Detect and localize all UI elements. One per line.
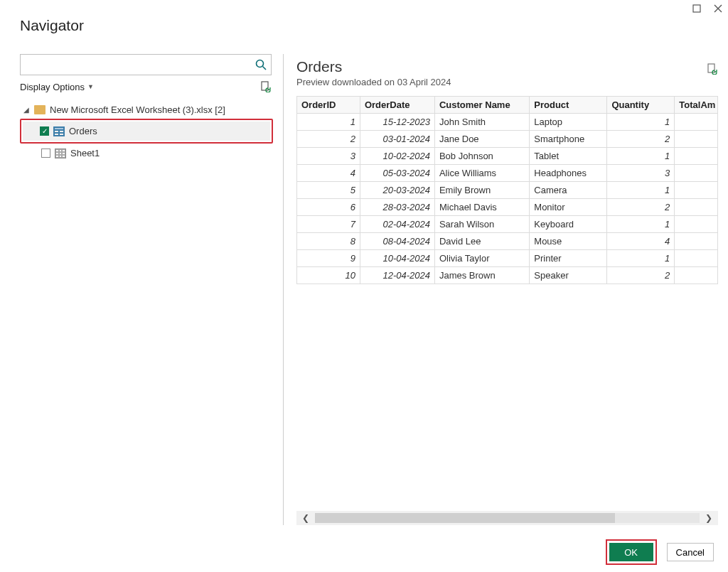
cell-total	[675, 131, 718, 148]
cell-customer: David Lee	[434, 233, 529, 250]
cell-total	[675, 267, 718, 284]
col-header[interactable]: OrderID	[297, 97, 360, 114]
cell-product: Printer	[530, 250, 607, 267]
folder-icon	[34, 105, 46, 114]
cell-customer: Sarah Wilson	[434, 216, 529, 233]
cell-orderdate: 12-04-2024	[360, 267, 434, 284]
svg-line-2	[263, 67, 267, 70]
cell-customer: James Brown	[434, 267, 529, 284]
table-icon	[53, 126, 65, 136]
cell-orderdate: 10-02-2024	[360, 148, 434, 165]
cell-orderid: 1	[297, 114, 360, 131]
cell-product: Speaker	[530, 267, 607, 284]
cell-orderdate: 02-04-2024	[360, 216, 434, 233]
cell-quantity: 2	[607, 199, 675, 216]
cell-quantity: 1	[607, 216, 675, 233]
window-close-icon[interactable]	[712, 3, 724, 14]
cell-quantity: 1	[607, 114, 675, 131]
cell-quantity: 4	[607, 233, 675, 250]
dialog-title: Navigator	[20, 17, 708, 34]
cell-orderdate: 03-01-2024	[360, 131, 434, 148]
cell-product: Keyboard	[530, 216, 607, 233]
table-row[interactable]: 203-01-2024Jane DoeSmartphone2	[297, 131, 718, 148]
cell-orderdate: 10-04-2024	[360, 250, 434, 267]
scroll-track[interactable]	[315, 513, 700, 523]
table-row[interactable]: 405-03-2024Alice WilliamsHeadphones3	[297, 165, 718, 182]
tree-item-orders[interactable]: ✓ Orders	[23, 122, 270, 141]
horizontal-scrollbar[interactable]: ❮ ❯	[296, 511, 718, 525]
table-row[interactable]: 520-03-2024Emily BrownCamera1	[297, 182, 718, 199]
col-header[interactable]: OrderDate	[360, 97, 434, 114]
scroll-thumb[interactable]	[315, 513, 615, 523]
cell-orderdate: 28-03-2024	[360, 199, 434, 216]
cell-product: Headphones	[530, 165, 607, 182]
table-row[interactable]: 808-04-2024David LeeMouse4	[297, 233, 718, 250]
cell-product: Tablet	[530, 148, 607, 165]
cell-customer: Olivia Taylor	[434, 250, 529, 267]
table-header-row: OrderID OrderDate Customer Name Product …	[297, 97, 718, 114]
table-row[interactable]: 628-03-2024Michael DavisMonitor2	[297, 199, 718, 216]
search-input[interactable]	[20, 54, 272, 75]
col-header[interactable]: Quantity	[607, 97, 675, 114]
cell-total	[675, 182, 718, 199]
svg-rect-4	[708, 64, 714, 72]
cell-quantity: 1	[607, 182, 675, 199]
cell-customer: Bob Johnson	[434, 148, 529, 165]
table-row[interactable]: 910-04-2024Olivia TaylorPrinter1	[297, 250, 718, 267]
cell-total	[675, 148, 718, 165]
cell-orderdate: 08-04-2024	[360, 233, 434, 250]
cell-customer: John Smith	[434, 114, 529, 131]
cancel-button[interactable]: Cancel	[667, 543, 714, 561]
cell-quantity: 1	[607, 148, 675, 165]
table-row[interactable]: 115-12-2023John SmithLaptop1	[297, 114, 718, 131]
cell-quantity: 1	[607, 250, 675, 267]
cell-customer: Emily Brown	[434, 182, 529, 199]
table-row[interactable]: 702-04-2024Sarah WilsonKeyboard1	[297, 216, 718, 233]
checkbox-checked-icon[interactable]: ✓	[40, 126, 49, 136]
cell-orderid: 10	[297, 267, 360, 284]
cell-orderdate: 15-12-2023	[360, 114, 434, 131]
col-header[interactable]: Customer Name	[434, 97, 529, 114]
col-header[interactable]: Product	[530, 97, 607, 114]
cell-product: Camera	[530, 182, 607, 199]
cell-product: Laptop	[530, 114, 607, 131]
refresh-preview-icon[interactable]	[707, 61, 718, 72]
tree-root-label: New Microsoft Excel Worksheet (3).xlsx […	[50, 104, 225, 115]
cell-product: Smartphone	[530, 131, 607, 148]
refresh-icon[interactable]	[260, 81, 272, 92]
display-options-label: Display Options	[20, 82, 85, 92]
window-maximize-icon[interactable]	[691, 3, 702, 14]
scroll-right-icon[interactable]: ❯	[700, 513, 718, 523]
cell-quantity: 2	[607, 267, 675, 284]
cell-orderid: 8	[297, 233, 360, 250]
col-header[interactable]: TotalAm	[675, 97, 718, 114]
checkbox-unchecked-icon[interactable]	[41, 149, 50, 158]
preview-subtitle: Preview downloaded on 03 April 2024	[296, 77, 718, 87]
tree-root-file[interactable]: ◢ New Microsoft Excel Worksheet (3).xlsx…	[20, 102, 273, 117]
tree-item-sheet1[interactable]: Sheet1	[20, 144, 273, 163]
tree-item-label: Sheet1	[70, 148, 100, 158]
table-row[interactable]: 1012-04-2024James BrownSpeaker2	[297, 267, 718, 284]
cell-total	[675, 165, 718, 182]
cell-customer: Jane Doe	[434, 131, 529, 148]
sheet-icon	[55, 149, 66, 158]
chevron-down-icon: ▼	[87, 83, 94, 90]
cell-total	[675, 114, 718, 131]
highlight-annotation: ✓ Orders	[20, 119, 273, 144]
ok-button[interactable]: OK	[609, 543, 653, 561]
cell-total	[675, 233, 718, 250]
cell-orderid: 3	[297, 148, 360, 165]
cell-customer: Alice Williams	[434, 165, 529, 182]
svg-point-1	[257, 60, 264, 68]
cell-orderdate: 05-03-2024	[360, 165, 434, 182]
cell-total	[675, 199, 718, 216]
table-row[interactable]: 310-02-2024Bob JohnsonTablet1	[297, 148, 718, 165]
preview-title: Orders	[296, 58, 342, 75]
cell-quantity: 2	[607, 131, 675, 148]
cell-orderid: 6	[297, 199, 360, 216]
tree-expand-icon[interactable]: ◢	[23, 106, 30, 114]
search-icon[interactable]	[255, 58, 267, 71]
tree-item-label: Orders	[69, 126, 97, 136]
scroll-left-icon[interactable]: ❮	[296, 513, 315, 523]
display-options-dropdown[interactable]: Display Options ▼	[20, 82, 94, 92]
